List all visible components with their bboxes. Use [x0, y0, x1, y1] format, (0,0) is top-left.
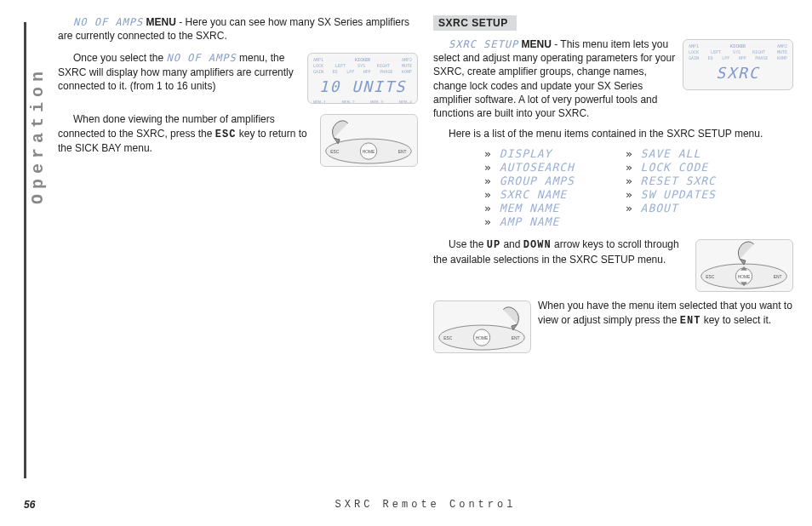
- list-item: SXRC NAME: [484, 188, 575, 201]
- left-column: NO OF AMPS MENU - Here you can see how m…: [58, 15, 418, 468]
- remote-graphic-left: HOME ESC ENT: [320, 114, 418, 167]
- lcd-display-10units: AMP1KICKERAMP2 LOCKLEFTSYSRIGHTMUTE GAIN…: [307, 53, 418, 104]
- page-number: 56: [24, 499, 58, 511]
- list-item: LOCK CODE: [626, 161, 716, 174]
- right-p2: Here is a list of the menu items contain…: [433, 127, 793, 140]
- svg-text:ESC: ESC: [706, 275, 714, 279]
- lcd-main-10units: 10 UNITS: [313, 75, 412, 100]
- list-item: SW UPDATES: [626, 188, 716, 201]
- svg-text:ENT: ENT: [398, 150, 407, 154]
- list-item: SAVE ALL: [626, 147, 716, 160]
- list-item: ABOUT: [626, 202, 716, 214]
- list-item: GROUP AMPS: [484, 174, 575, 187]
- side-label: Operation: [28, 66, 48, 204]
- menu-col2: SAVE ALL LOCK CODE RESET SXRC SW UPDATES…: [626, 147, 716, 229]
- no-of-amps-lcd: NO OF AMPS: [73, 16, 143, 28]
- svg-text:ENT: ENT: [774, 275, 782, 279]
- menu-col1: DISPLAY AUTOSEARCH GROUP AMPS SXRC NAME …: [484, 147, 575, 229]
- lcd-display-sxrc-setup: AMP1KICKERAMP2 LOCKLEFTSYSRIGHTMUTE GAIN…: [683, 39, 793, 90]
- list-item: RESET SXRC: [626, 174, 716, 187]
- side-rule: [24, 22, 26, 478]
- sxrc-setup-menu-list: DISPLAY AUTOSEARCH GROUP AMPS SXRC NAME …: [484, 147, 793, 229]
- svg-text:HOME: HOME: [738, 275, 751, 279]
- svg-text:HOME: HOME: [363, 150, 375, 154]
- svg-text:ESC: ESC: [330, 150, 339, 154]
- svg-text:HOME: HOME: [476, 336, 489, 340]
- svg-text:ESC: ESC: [443, 336, 452, 340]
- right-column: SXRC SETUP AMP1KICKERAMP2 LOCKLEFTSYSRIG…: [433, 15, 793, 468]
- list-item: AMP NAME: [484, 215, 575, 228]
- list-item: MEM NAME: [484, 202, 575, 214]
- lcd-main-sxrc: SXRC SETUP: [689, 61, 787, 90]
- page-footer: 56 SXRC Remote Control: [24, 499, 793, 511]
- remote-graphic-right-2: HOME ESC ENT: [433, 300, 531, 353]
- section-title-sxrc-setup: SXRC SETUP: [433, 15, 517, 31]
- svg-text:ENT: ENT: [512, 336, 520, 340]
- remote-graphic-right-1: HOME ESC ENT: [695, 239, 793, 292]
- list-item: AUTOSEARCH: [484, 161, 575, 174]
- footer-title: SXRC Remote Control: [58, 499, 793, 511]
- left-p1: NO OF AMPS MENU - Here you can see how m…: [58, 15, 418, 43]
- list-item: DISPLAY: [484, 147, 575, 160]
- sxrc-setup-lcd: SXRC SETUP: [449, 38, 518, 50]
